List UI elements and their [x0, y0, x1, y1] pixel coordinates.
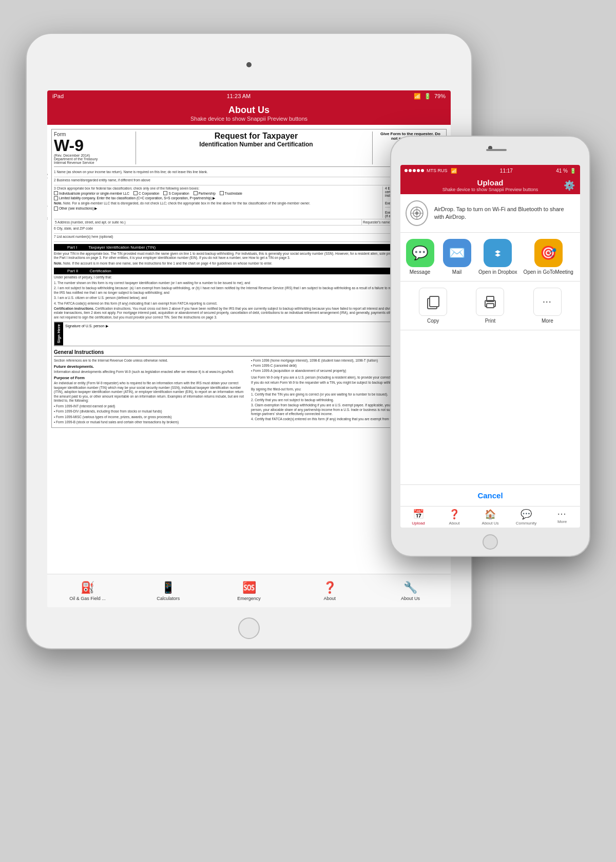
w9-form-header: Form W-9 (Rev. December 2014) Department… [54, 132, 444, 167]
aboutus-icon: 🔧 [403, 581, 417, 594]
sign-content: Signature of U.S. person ▶ Date ▶ [63, 322, 444, 345]
ipad-nav-about[interactable]: ❓ About [290, 574, 370, 607]
ipad-nav-calculators[interactable]: 📱 Calculators [128, 574, 208, 607]
share-mail[interactable]: ✉️ Mail [441, 239, 472, 275]
w9-form-title: Request for Taxpayer Identification Numb… [140, 132, 372, 164]
w9-field-6: 6 City, state, and ZIP code [54, 226, 444, 234]
ipad-nav-aboutus[interactable]: 🔧 About Us [370, 574, 451, 607]
w9-irs: Internal Revenue Service [54, 161, 131, 164]
ipad-status-time: 11:23 AM [227, 93, 251, 99]
about-nav-icon: ❓ [449, 509, 460, 520]
cancel-button[interactable]: Cancel [400, 484, 580, 506]
print-label: Print [485, 318, 496, 324]
community-nav-label: Community [516, 521, 536, 526]
svg-rect-11 [487, 304, 494, 308]
emergency-icon: 🆘 [242, 581, 256, 594]
iphone-home-button[interactable] [483, 534, 498, 550]
w9-field-3: 3 Check appropriate box for federal tax … [54, 185, 444, 219]
ipad-nav-emergency[interactable]: 🆘 Emergency [208, 574, 289, 607]
ipad-nav-oilgas[interactable]: ⛽ Oil & Gas Field ... [47, 574, 128, 607]
iphone-nav-about[interactable]: ❓ About [436, 507, 472, 528]
iphone-nav-aboutus[interactable]: 🏠 About Us [472, 507, 508, 528]
iphone-status-bar: MTS RUS 📶 11:17 41 % 🔋 [400, 165, 580, 176]
check-other: Other (see instructions) ▶ [54, 207, 97, 211]
w9-field-3-left: 3 Check appropriate box for federal tax … [54, 186, 379, 218]
share-gotomeeting[interactable]: 🎯 Open in GoToMeeting [524, 239, 573, 275]
part-1-header: Part I Taxpayer Identification Number (T… [54, 244, 444, 251]
dropbox-label: Open in Dropbox [478, 269, 517, 275]
part-1-text: Enter your TIN in the appropriate box. T… [54, 252, 444, 260]
gear-icon[interactable]: ⚙️ [564, 180, 575, 191]
ipad-status-bar: iPad 11:23 AM 📶 🔋 79% [47, 90, 451, 102]
iphone-status-time: 11:17 [500, 168, 513, 174]
iphone-status-carrier: MTS RUS 📶 [405, 168, 457, 174]
about-nav-label: About [449, 521, 460, 526]
gtm-app-icon: 🎯 [534, 239, 563, 267]
action-copy[interactable]: Copy [415, 288, 451, 324]
mail-app-icon: ✉️ [443, 239, 471, 267]
cert-intro: Under penalties of perjury, I certify th… [54, 275, 444, 279]
ipad-camera [246, 62, 252, 67]
more-nav-label: More [557, 519, 567, 524]
w9-form: Form W-9 (Rev. December 2014) Department… [51, 129, 447, 428]
ipad-battery-pct: 79% [434, 93, 446, 99]
iphone-screen: MTS RUS 📶 11:17 41 % 🔋 Upload Shake devi… [400, 165, 580, 528]
ipad-home-button[interactable] [238, 617, 260, 639]
w9-title-main: Request for Taxpayer [140, 132, 372, 141]
ipad-status-left: iPad [52, 93, 64, 99]
action-print[interactable]: Print [472, 288, 508, 324]
w9-llc-row: Limited liability company. Enter the tax… [54, 196, 379, 200]
general-instructions-left: Section references are to the Internal R… [54, 358, 247, 426]
print-icon [476, 288, 504, 316]
cert-instructions: Certification instructions. Certificatio… [54, 307, 444, 320]
message-app-icon: 💬 [406, 239, 434, 267]
w9-fields-section: Print or type See Specific Instructions … [54, 169, 444, 242]
upload-nav-icon: 📅 [413, 509, 424, 520]
ipad-header-title: About Us [47, 105, 451, 116]
action-icons-row: Copy Print ··· Mo [400, 282, 580, 330]
iphone-nav-upload[interactable]: 📅 Upload [400, 507, 436, 528]
wifi-icon: 📶 [414, 93, 421, 100]
w9-field-5: 5 Address (number, street, and apt. or s… [54, 219, 362, 225]
iphone-header-text: Upload Shake device to show Snappii Prev… [442, 178, 538, 192]
iphone-header-title: Upload [442, 178, 538, 187]
ipad-header: About Us Shake device to show Snappii Pr… [47, 102, 451, 125]
w9-field-1: 1 Name (as shown on your income tax retu… [54, 169, 444, 177]
sign-here-label: Sign Here [54, 322, 63, 345]
ipad-bottom-nav: ⛽ Oil & Gas Field ... 📱 Calculators 🆘 Em… [47, 574, 451, 607]
future-dev-heading: Future developments. [54, 364, 247, 369]
w9-dept: Department of the Treasury [54, 157, 131, 161]
part-2-header: Part II Certification [54, 268, 444, 274]
w9-title-sub: Identification Number and Certification [140, 141, 372, 148]
w9-form-number: W-9 [54, 137, 131, 154]
ipad-header-subtitle: Shake device to show Snappii Preview but… [47, 116, 451, 122]
general-instructions: General Instructions Section references … [54, 349, 444, 426]
message-label: Message [410, 269, 431, 275]
iphone-nav-more[interactable]: ··· More [544, 507, 580, 528]
iphone-nav-community[interactable]: 💬 Community [508, 507, 544, 528]
iphone-battery-pct: 41 % [556, 168, 568, 174]
iphone-header-subtitle: Shake device to show Snappii Preview but… [442, 187, 538, 192]
check-c-corp: C Corporation [133, 191, 159, 195]
iphone-bottom-nav: 📅 Upload ❓ About 🏠 About Us 💬 Community … [400, 506, 580, 528]
upload-nav-label: Upload [412, 521, 425, 526]
more-label: More [542, 318, 553, 324]
gtm-label: Open in GoToMeeting [524, 269, 573, 275]
side-label-print: Print or type See Specific Instructions … [47, 169, 48, 230]
action-more[interactable]: ··· More [529, 288, 565, 324]
wifi-icon-iphone: 📶 [451, 168, 457, 174]
iphone-status-right: 41 % 🔋 [556, 168, 576, 174]
w9-form-identifier: Form W-9 (Rev. December 2014) Department… [54, 132, 136, 164]
w9-fields-5-6: 5 Address (number, street, and apt. or s… [54, 219, 444, 226]
iphone-device: MTS RUS 📶 11:17 41 % 🔋 Upload Shake devi… [390, 136, 590, 557]
share-dropbox[interactable]: Open in Dropbox [478, 239, 517, 275]
airdrop-icon [406, 200, 428, 226]
airdrop-text: AirDrop. Tap to turn on Wi-Fi and Blueto… [434, 205, 575, 221]
w9-rev-date: (Rev. December 2014) [54, 154, 131, 157]
more-nav-icon: ··· [557, 510, 567, 518]
check-partnership: Partnership [194, 191, 216, 195]
carrier-name: MTS RUS [427, 168, 448, 173]
share-message[interactable]: 💬 Message [405, 239, 435, 275]
airdrop-section: AirDrop. Tap to turn on Wi-Fi and Blueto… [400, 194, 580, 233]
dropbox-app-icon [484, 239, 512, 267]
